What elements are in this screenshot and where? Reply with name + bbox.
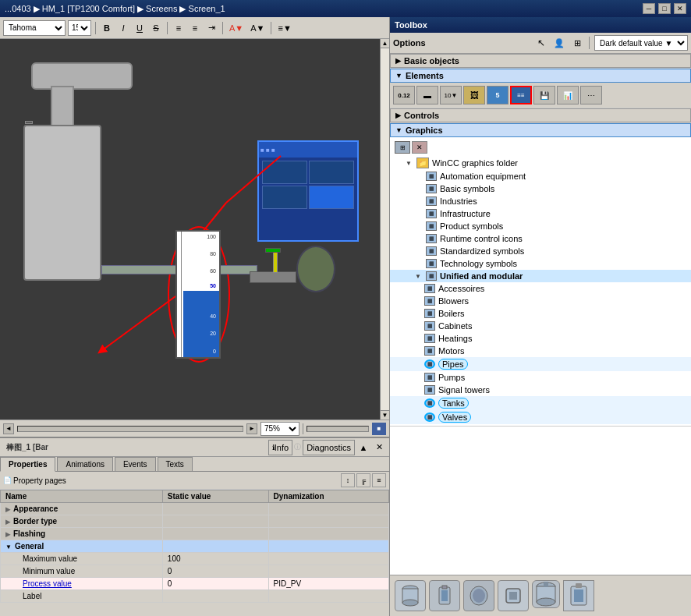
size-selector[interactable]: 15 xyxy=(68,20,91,36)
tree-item-industries[interactable]: ▦ Industries xyxy=(390,195,691,207)
underline-button[interactable]: U xyxy=(133,20,147,36)
maximize-button[interactable]: □ xyxy=(658,3,671,14)
tree-item-accessoires[interactable]: ▦ Accessoires xyxy=(390,282,691,295)
elem-save[interactable]: 💾 xyxy=(533,86,555,104)
bold-button[interactable]: B xyxy=(100,20,114,36)
tree-item-signal[interactable]: ▦ Signal towers xyxy=(390,384,691,396)
italic-button[interactable]: I xyxy=(116,20,130,36)
options-label: Options xyxy=(393,38,426,48)
table-row[interactable]: ▼General xyxy=(1,540,389,553)
panel-close-btn[interactable]: ✕ xyxy=(372,440,386,455)
nav-left-button[interactable]: ◄ xyxy=(3,423,14,434)
sort-btn[interactable]: ↕ xyxy=(341,473,355,487)
font-selector[interactable]: Tahoma xyxy=(3,20,66,36)
label-standardized: Standardized symbols xyxy=(440,246,524,256)
tree-item-heatings[interactable]: ▦ Heatings xyxy=(390,332,691,345)
align-center-button[interactable]: ≡ xyxy=(188,20,202,36)
color-button[interactable]: A▼ xyxy=(227,20,246,36)
tree-item-infrastructure[interactable]: ▦ Infrastructure xyxy=(390,207,691,220)
toolbox-user-btn[interactable]: 👤 xyxy=(551,35,567,51)
elem-5[interactable]: 5 xyxy=(487,86,509,104)
nav-right-button[interactable]: ► xyxy=(246,423,257,434)
more-button[interactable]: ≡▼ xyxy=(275,20,293,36)
elements-header[interactable]: ▼ Elements xyxy=(390,69,691,83)
tree-item-pipes[interactable]: ▦ Pipes xyxy=(390,357,691,371)
bottom-icon-1[interactable] xyxy=(395,580,426,611)
expand-btn[interactable]: ╔ xyxy=(356,473,370,487)
tree-item-blowers[interactable]: ▦ Blowers xyxy=(390,295,691,307)
elem-bar-highlighted[interactable]: ≡≡ xyxy=(510,86,532,104)
collapse-btn[interactable]: ≡ xyxy=(372,473,386,487)
table-row[interactable]: Label xyxy=(1,590,389,603)
tank-icon-1 xyxy=(399,584,422,607)
graphics-icon-x[interactable]: ✕ xyxy=(412,141,427,154)
tree-item-pumps[interactable]: ▦ Pumps xyxy=(390,371,691,384)
toolbox-cursor-btn[interactable]: ↖ xyxy=(534,35,548,51)
tree-item-unified[interactable]: ▼ ▦ Unified and modular xyxy=(390,270,691,282)
tree-item-cabinets[interactable]: ▦ Cabinets xyxy=(390,320,691,332)
strikethrough-button[interactable]: S xyxy=(149,20,163,36)
align-left-button[interactable]: ≡ xyxy=(172,20,186,36)
tree-item-automation[interactable]: ▦ Automation equipment xyxy=(390,170,691,182)
bottom-icon-6[interactable] xyxy=(563,580,594,611)
toolbox-table-btn[interactable]: ⊞ xyxy=(570,35,584,51)
bottom-icon-4[interactable] xyxy=(498,580,529,611)
process-value-row[interactable]: Process value 0 PID_PV xyxy=(1,578,389,590)
elem-gauge[interactable]: 10▼ xyxy=(440,86,462,104)
scroll-up[interactable]: ▲ xyxy=(381,39,389,48)
bottom-icon-2[interactable] xyxy=(429,580,460,611)
label-tanks: Tanks xyxy=(438,398,469,409)
label-signal: Signal towers xyxy=(438,385,490,395)
table-row[interactable]: ▶Flashing xyxy=(1,528,389,540)
close-button[interactable]: ✕ xyxy=(674,3,686,14)
tree-item-runtime[interactable]: ▦ Runtime control icons xyxy=(390,232,691,245)
tab-animations[interactable]: Animations xyxy=(57,457,112,471)
bg-color-button[interactable]: A▼ xyxy=(248,20,267,36)
controls-header[interactable]: ▶ Controls xyxy=(390,108,691,122)
label-infrastructure: Infrastructure xyxy=(440,209,491,218)
tree-item-boilers[interactable]: ▦ Boilers xyxy=(390,307,691,320)
canvas-area[interactable]: 100 80 60 50 40 20 xyxy=(0,39,389,420)
diagnostics-tab[interactable]: Diagnostics xyxy=(303,440,355,455)
table-row[interactable]: ▶Border type xyxy=(1,515,389,528)
table-row[interactable]: Minimum value 0 xyxy=(1,565,389,578)
tree-item-basic[interactable]: ▦ Basic symbols xyxy=(390,182,691,195)
theme-selector[interactable]: Dark default value ▼ xyxy=(594,35,688,51)
panel-expand-btn[interactable]: ▲ xyxy=(356,440,370,455)
elem-rect[interactable]: ▬ xyxy=(416,86,438,104)
item-icon: ▦ xyxy=(426,234,437,243)
graphics-icon-1[interactable]: ⊞ xyxy=(395,141,410,154)
zoom-selector[interactable]: 75% xyxy=(260,422,299,436)
graphics-label: Graphics xyxy=(406,126,443,135)
table-row[interactable]: Maximum value 100 xyxy=(1,553,389,565)
tab-properties[interactable]: Properties xyxy=(0,457,55,472)
table-row[interactable]: ▶Appearance xyxy=(1,503,389,515)
tree-item-valves[interactable]: ▦ Valves xyxy=(390,410,691,424)
controls-label: Controls xyxy=(404,111,439,120)
item-icon: ▦ xyxy=(426,184,437,193)
graphics-header[interactable]: ▼ Graphics xyxy=(390,123,691,137)
tree-item-motors[interactable]: ▦ Motors xyxy=(390,345,691,357)
elem-0-12[interactable]: 0.12 xyxy=(393,86,415,104)
toolbox-body: ▶ Basic objects ▼ Elements 0.12 ▬ 10▼ 🖼 … xyxy=(390,54,691,575)
item-icon: ▦ xyxy=(426,172,437,181)
elem-more[interactable]: ⋯ xyxy=(580,86,602,104)
fit-button[interactable]: ■ xyxy=(372,423,386,435)
tree-item-tanks[interactable]: ▦ Tanks xyxy=(390,396,691,410)
elem-image[interactable]: 🖼 xyxy=(463,86,485,104)
bottom-icon-5[interactable] xyxy=(532,580,560,608)
tab-texts[interactable]: Texts xyxy=(158,457,193,471)
tree-item-standardized[interactable]: ▦ Standardized symbols xyxy=(390,245,691,257)
tab-events[interactable]: Events xyxy=(115,457,156,471)
tree-item-technology[interactable]: ▦ Technology symbols xyxy=(390,257,691,270)
elem-chart[interactable]: 📊 xyxy=(557,86,579,104)
properties-info-tab[interactable]: ℹ Info xyxy=(268,440,292,455)
properties-table: Name Static value Dynamization ▶Appearan… xyxy=(0,490,389,603)
indent-button[interactable]: ⇥ xyxy=(204,20,218,36)
scroll-down[interactable]: ▼ xyxy=(381,410,389,420)
basic-objects-header[interactable]: ▶ Basic objects xyxy=(390,54,691,68)
wincc-folder[interactable]: ▼ 📁 WinCC graphics folder xyxy=(390,156,691,170)
tree-item-product[interactable]: ▦ Product symbols xyxy=(390,220,691,232)
bottom-icon-3[interactable] xyxy=(463,580,494,611)
minimize-button[interactable]: ─ xyxy=(643,3,655,14)
